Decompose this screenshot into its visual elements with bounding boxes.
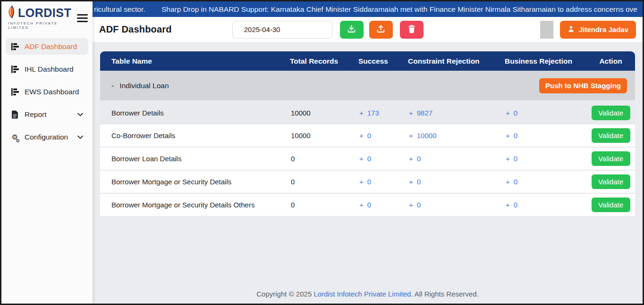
business-rejection-count-link[interactable]: +0 [506, 178, 517, 186]
logo-subtitle: INFOTECH PRIVATE LIMITED [7, 21, 77, 30]
user-name: Jitendra Jadav [579, 25, 628, 33]
file-icon [10, 110, 19, 119]
success-count-link[interactable]: +0 [359, 155, 371, 163]
business-rejection-count: 0 [514, 201, 517, 209]
constraint-rejection-count: 10000 [417, 132, 437, 140]
footer-company-link[interactable]: Lordist Infotech Private Limited [314, 290, 411, 298]
expand-plus-icon: + [409, 178, 413, 186]
cell-table-name: Co-Borrower Details [100, 132, 284, 140]
constraint-rejection-count: 9827 [417, 109, 432, 117]
validate-button[interactable]: Validate [592, 174, 630, 189]
column-header-table-name: Table Name [100, 57, 284, 66]
image-placeholder: ··· [540, 21, 553, 39]
sidebar-item-adf-dashboard[interactable]: ADF Dashboard [6, 38, 88, 55]
expand-plus-icon: + [359, 201, 364, 209]
success-count-link[interactable]: +0 [359, 132, 371, 140]
download-button[interactable] [340, 21, 364, 39]
sidebar-item-label: EWS Dashboard [25, 88, 79, 96]
table-row: Borrower Loan Details0+0+0+0Validate [100, 147, 635, 170]
lordist-shell-icon [7, 5, 17, 20]
business-rejection-count: 0 [514, 155, 517, 163]
app-window: LORDIST INFOTECH PRIVATE LIMITED ADF Das… [0, 0, 644, 305]
expand-plus-icon: + [506, 132, 510, 140]
upload-button[interactable] [369, 21, 393, 39]
chevron-down-icon [77, 134, 84, 140]
success-count-link[interactable]: +173 [359, 109, 379, 117]
cell-table-name: Borrower Loan Details [100, 155, 284, 163]
sidebar-item-label: Configuration [25, 133, 68, 141]
sidebar-item-label: ADF Dashboard [25, 42, 77, 51]
expand-plus-icon: + [506, 155, 510, 163]
user-icon [568, 25, 575, 34]
sidebar: LORDIST INFOTECH PRIVATE LIMITED ADF Das… [1, 1, 93, 304]
group-row-individual-loan: - Individual Loan Push to NHB Stagging [100, 71, 635, 100]
expand-plus-icon: + [359, 109, 364, 117]
table-row: Co-Borrower Details10000+0+10000+0Valida… [100, 124, 635, 147]
success-count: 0 [367, 178, 371, 186]
expand-plus-icon: + [506, 109, 510, 117]
main-area: ricultural sector. Sharp Drop in NABARD … [93, 1, 643, 304]
date-input[interactable] [232, 21, 332, 39]
constraint-rejection-count: 0 [417, 155, 421, 163]
sidebar-header: LORDIST INFOTECH PRIVATE LIMITED [1, 1, 93, 32]
success-count-link[interactable]: +0 [359, 178, 371, 186]
cell-table-name: Borrower Details [100, 109, 284, 117]
expand-plus-icon: + [506, 201, 510, 209]
table-header-row: Table Name Total Records Success Constra… [100, 51, 635, 71]
sidebar-item-label: IHL Dashboard [25, 65, 74, 74]
success-count: 173 [367, 109, 379, 117]
constraint-rejection-count-link[interactable]: +10000 [409, 132, 436, 140]
business-rejection-count: 0 [514, 178, 517, 186]
business-rejection-count-link[interactable]: +0 [506, 109, 517, 117]
expand-plus-icon: + [359, 132, 364, 140]
expand-plus-icon: + [506, 178, 510, 186]
constraint-rejection-count-link[interactable]: +9827 [409, 109, 432, 117]
expand-plus-icon: + [359, 155, 364, 163]
validate-button[interactable]: Validate [592, 198, 630, 212]
business-rejection-count-link[interactable]: +0 [506, 155, 517, 163]
bar-chart-icon [10, 87, 19, 96]
footer: Copyright © 2025 Lordist Infotech Privat… [100, 283, 635, 304]
sidebar-toggle-button[interactable] [77, 13, 88, 22]
push-to-nhb-stagging-button[interactable]: Push to NHB Stagging [539, 78, 627, 93]
cell-total-records: 10000 [284, 109, 353, 117]
collapse-group-icon[interactable]: - [111, 82, 114, 90]
bar-chart-icon [10, 42, 19, 51]
sidebar-item-configuration[interactable]: ⚙⚙Configuration [6, 129, 88, 145]
constraint-rejection-count-link[interactable]: +0 [409, 178, 421, 186]
business-rejection-count: 0 [514, 109, 517, 117]
content: Table Name Total Records Success Constra… [93, 42, 643, 304]
table-body: Borrower Details10000+173+9827+0Validate… [100, 100, 635, 216]
table-row: Borrower Details10000+173+9827+0Validate [100, 100, 635, 124]
business-rejection-count-link[interactable]: +0 [506, 201, 517, 209]
business-rejection-count: 0 [514, 132, 517, 140]
user-menu-button[interactable]: Jitendra Jadav [560, 21, 636, 39]
bar-chart-icon [10, 65, 19, 74]
column-header-business-rejection: Business Rejection [499, 57, 586, 66]
footer-copyright-prefix: Copyright © 2025 [256, 290, 314, 298]
constraint-rejection-count-link[interactable]: +0 [409, 155, 421, 163]
table-row: Borrower Mortgage or Security Details0+0… [100, 170, 635, 193]
column-header-action: Action [586, 57, 635, 66]
expand-plus-icon: + [409, 132, 413, 140]
success-count: 0 [367, 132, 371, 140]
constraint-rejection-count-link[interactable]: +0 [409, 201, 421, 209]
validate-button[interactable]: Validate [592, 128, 630, 143]
sidebar-item-report[interactable]: Report [6, 106, 88, 123]
cell-total-records: 0 [284, 201, 353, 209]
business-rejection-count-link[interactable]: +0 [506, 132, 517, 140]
validate-button[interactable]: Validate [592, 106, 630, 120]
success-count: 0 [367, 155, 371, 163]
constraint-rejection-count: 0 [417, 178, 421, 186]
topbar: ADF Dashboard [93, 17, 643, 42]
group-label: Individual Loan [119, 82, 169, 90]
company-logo: LORDIST INFOTECH PRIVATE LIMITED [7, 5, 77, 30]
validate-button[interactable]: Validate [592, 151, 630, 166]
chevron-down-icon [77, 111, 84, 118]
delete-button[interactable] [400, 21, 424, 39]
sidebar-item-ews-dashboard[interactable]: EWS Dashboard [6, 83, 88, 100]
success-count-link[interactable]: +0 [359, 201, 371, 209]
ticker-text: ricultural sector. Sharp Drop in NABARD … [94, 5, 637, 14]
sidebar-item-ihl-dashboard[interactable]: IHL Dashboard [6, 61, 88, 77]
trash-icon [407, 25, 416, 35]
